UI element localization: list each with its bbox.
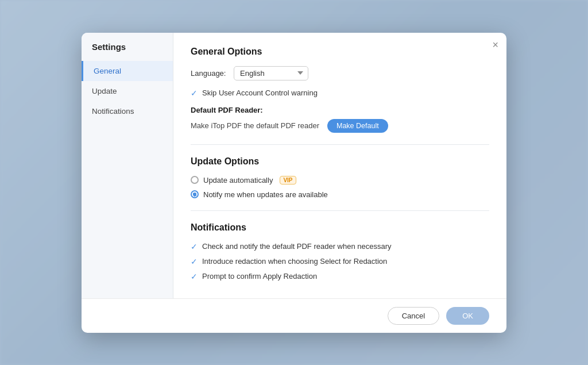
make-default-button[interactable]: Make Default: [327, 119, 388, 133]
notification-label-1: Introduce redaction when choosing Select…: [202, 257, 387, 266]
notification-label-2: Prompt to confirm Apply Redaction: [202, 272, 317, 281]
update-options-title: Update Options: [191, 156, 489, 167]
radio-auto-update[interactable]: Update automatically VIP: [191, 176, 489, 185]
language-label: Language:: [191, 69, 228, 78]
radio-notify-update-button[interactable]: [191, 190, 199, 198]
pdf-reader-description: Make iTop PDF the default PDF reader: [191, 121, 319, 130]
pdf-reader-heading: Default PDF Reader:: [191, 106, 489, 114]
general-options-title: General Options: [191, 47, 489, 57]
vip-badge: VIP: [280, 176, 296, 185]
notification-check-1: ✓: [191, 257, 198, 266]
notification-check-0: ✓: [191, 242, 198, 251]
radio-auto-update-label: Update automatically: [203, 176, 273, 185]
radio-notify-update[interactable]: Notify me when updates are available: [191, 190, 489, 199]
skip-uac-label: Skip User Account Control warning: [202, 89, 318, 97]
pdf-reader-row: Make iTop PDF the default PDF reader Mak…: [191, 119, 489, 133]
radio-notify-update-label: Notify me when updates are available: [203, 190, 328, 199]
main-content: General Options Language: English Chines…: [173, 33, 506, 298]
skip-uac-check-icon: ✓: [191, 89, 198, 98]
notification-item-2: ✓ Prompt to confirm Apply Redaction: [191, 272, 489, 281]
divider-2: [191, 210, 489, 211]
dialog-footer: Cancel OK: [82, 298, 506, 333]
sidebar-item-notifications[interactable]: Notifications: [82, 101, 173, 121]
settings-dialog: × Settings General Update Notifications: [82, 33, 506, 333]
sidebar-title: Settings: [82, 42, 173, 61]
language-row: Language: English Chinese French German …: [191, 66, 489, 80]
skip-uac-row: ✓ Skip User Account Control warning: [191, 89, 489, 98]
notification-check-2: ✓: [191, 272, 198, 281]
pdf-reader-heading-row: Default PDF Reader: Make iTop PDF the de…: [191, 106, 489, 133]
notification-label-0: Check and notify the default PDF reader …: [202, 242, 392, 251]
notification-item-0: ✓ Check and notify the default PDF reade…: [191, 242, 489, 251]
sidebar: Settings General Update Notifications: [82, 33, 173, 298]
close-button[interactable]: ×: [492, 40, 498, 50]
radio-auto-update-button[interactable]: [191, 176, 199, 184]
notification-item-1: ✓ Introduce redaction when choosing Sele…: [191, 257, 489, 266]
ok-button[interactable]: OK: [446, 307, 489, 325]
notifications-title: Notifications: [191, 222, 489, 233]
cancel-button[interactable]: Cancel: [388, 307, 439, 325]
divider-1: [191, 144, 489, 145]
sidebar-item-update[interactable]: Update: [82, 81, 173, 101]
language-select[interactable]: English Chinese French German Spanish: [234, 66, 308, 80]
dialog-overlay: × Settings General Update Notifications: [0, 0, 588, 365]
sidebar-item-general[interactable]: General: [82, 61, 173, 81]
